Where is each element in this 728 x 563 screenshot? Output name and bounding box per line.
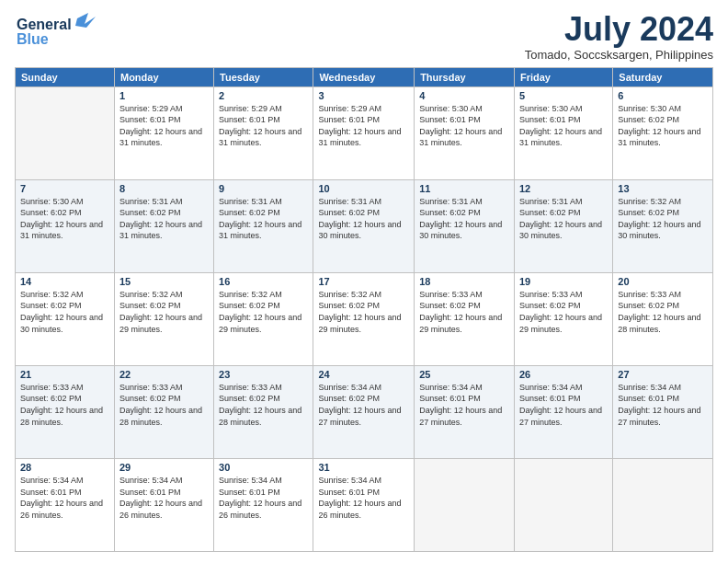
table-row: 31Sunrise: 5:34 AM Sunset: 6:01 PM Dayli… <box>313 458 415 551</box>
day-number: 30 <box>219 462 308 473</box>
day-info: Sunrise: 5:29 AM Sunset: 6:01 PM Dayligh… <box>219 103 308 149</box>
day-number: 21 <box>20 369 109 380</box>
day-number: 19 <box>519 276 608 287</box>
day-info: Sunrise: 5:30 AM Sunset: 6:02 PM Dayligh… <box>20 196 109 242</box>
day-info: Sunrise: 5:31 AM Sunset: 6:02 PM Dayligh… <box>219 196 308 242</box>
day-number: 1 <box>119 90 209 101</box>
col-thursday: Thursday <box>415 67 515 86</box>
day-info: Sunrise: 5:31 AM Sunset: 6:02 PM Dayligh… <box>519 196 608 242</box>
day-number: 22 <box>119 369 209 380</box>
day-info: Sunrise: 5:29 AM Sunset: 6:01 PM Dayligh… <box>318 103 409 149</box>
day-info: Sunrise: 5:32 AM Sunset: 6:02 PM Dayligh… <box>219 289 308 335</box>
day-number: 7 <box>20 183 109 194</box>
day-number: 27 <box>618 369 708 380</box>
table-row: 21Sunrise: 5:33 AM Sunset: 6:02 PM Dayli… <box>16 365 115 458</box>
day-info: Sunrise: 5:33 AM Sunset: 6:02 PM Dayligh… <box>519 289 608 335</box>
table-row: 25Sunrise: 5:34 AM Sunset: 6:01 PM Dayli… <box>415 365 515 458</box>
day-number: 16 <box>219 276 308 287</box>
col-tuesday: Tuesday <box>214 67 313 86</box>
table-row: 1Sunrise: 5:29 AM Sunset: 6:01 PM Daylig… <box>114 86 213 179</box>
day-info: Sunrise: 5:33 AM Sunset: 6:02 PM Dayligh… <box>219 382 308 428</box>
table-row: 14Sunrise: 5:32 AM Sunset: 6:02 PM Dayli… <box>16 272 115 365</box>
table-row: 11Sunrise: 5:31 AM Sunset: 6:02 PM Dayli… <box>415 179 515 272</box>
day-info: Sunrise: 5:32 AM Sunset: 6:02 PM Dayligh… <box>20 289 109 335</box>
table-row: 17Sunrise: 5:32 AM Sunset: 6:02 PM Dayli… <box>313 272 415 365</box>
day-info: Sunrise: 5:32 AM Sunset: 6:02 PM Dayligh… <box>318 289 409 335</box>
week-row: 1Sunrise: 5:29 AM Sunset: 6:01 PM Daylig… <box>16 86 713 179</box>
svg-marker-2 <box>75 13 96 28</box>
day-number: 15 <box>119 276 209 287</box>
day-info: Sunrise: 5:32 AM Sunset: 6:02 PM Dayligh… <box>618 196 708 242</box>
table-row: 7Sunrise: 5:30 AM Sunset: 6:02 PM Daylig… <box>16 179 115 272</box>
day-number: 10 <box>318 183 409 194</box>
day-info: Sunrise: 5:29 AM Sunset: 6:01 PM Dayligh… <box>119 103 209 149</box>
day-number: 3 <box>318 90 409 101</box>
day-number: 26 <box>519 369 608 380</box>
day-number: 29 <box>119 462 209 473</box>
col-saturday: Saturday <box>613 67 713 86</box>
day-info: Sunrise: 5:34 AM Sunset: 6:02 PM Dayligh… <box>318 382 409 428</box>
svg-text:Blue: Blue <box>17 31 49 47</box>
table-row: 28Sunrise: 5:34 AM Sunset: 6:01 PM Dayli… <box>16 458 115 551</box>
table-row <box>415 458 515 551</box>
day-info: Sunrise: 5:33 AM Sunset: 6:02 PM Dayligh… <box>20 382 109 428</box>
day-number: 5 <box>519 90 608 101</box>
day-info: Sunrise: 5:34 AM Sunset: 6:01 PM Dayligh… <box>119 475 209 521</box>
table-row: 23Sunrise: 5:33 AM Sunset: 6:02 PM Dayli… <box>214 365 313 458</box>
week-row: 21Sunrise: 5:33 AM Sunset: 6:02 PM Dayli… <box>16 365 713 458</box>
day-info: Sunrise: 5:34 AM Sunset: 6:01 PM Dayligh… <box>318 475 409 521</box>
table-row: 27Sunrise: 5:34 AM Sunset: 6:01 PM Dayli… <box>613 365 713 458</box>
day-info: Sunrise: 5:30 AM Sunset: 6:02 PM Dayligh… <box>618 103 708 149</box>
day-number: 24 <box>318 369 409 380</box>
day-number: 23 <box>219 369 308 380</box>
day-info: Sunrise: 5:30 AM Sunset: 6:01 PM Dayligh… <box>419 103 509 149</box>
table-row <box>613 458 713 551</box>
day-info: Sunrise: 5:34 AM Sunset: 6:01 PM Dayligh… <box>618 382 708 428</box>
week-row: 7Sunrise: 5:30 AM Sunset: 6:02 PM Daylig… <box>16 179 713 272</box>
table-row: 5Sunrise: 5:30 AM Sunset: 6:01 PM Daylig… <box>514 86 612 179</box>
day-info: Sunrise: 5:34 AM Sunset: 6:01 PM Dayligh… <box>219 475 308 521</box>
table-row: 8Sunrise: 5:31 AM Sunset: 6:02 PM Daylig… <box>114 179 213 272</box>
day-number: 11 <box>419 183 509 194</box>
logo-svg: General Blue <box>15 11 97 52</box>
col-friday: Friday <box>514 67 612 86</box>
day-info: Sunrise: 5:31 AM Sunset: 6:02 PM Dayligh… <box>119 196 209 242</box>
header-row: Sunday Monday Tuesday Wednesday Thursday… <box>16 67 713 86</box>
week-row: 28Sunrise: 5:34 AM Sunset: 6:01 PM Dayli… <box>16 458 713 551</box>
table-row: 20Sunrise: 5:33 AM Sunset: 6:02 PM Dayli… <box>613 272 713 365</box>
day-number: 13 <box>618 183 708 194</box>
location: Tomado, Soccsksargen, Philippines <box>525 48 713 62</box>
col-wednesday: Wednesday <box>313 67 415 86</box>
page: General Blue July 2024 Tomado, Soccsksar… <box>0 0 728 563</box>
day-info: Sunrise: 5:30 AM Sunset: 6:01 PM Dayligh… <box>519 103 608 149</box>
day-info: Sunrise: 5:34 AM Sunset: 6:01 PM Dayligh… <box>519 382 608 428</box>
table-row: 16Sunrise: 5:32 AM Sunset: 6:02 PM Dayli… <box>214 272 313 365</box>
day-number: 18 <box>419 276 509 287</box>
day-number: 6 <box>618 90 708 101</box>
day-number: 31 <box>318 462 409 473</box>
day-number: 20 <box>618 276 708 287</box>
day-number: 2 <box>219 90 308 101</box>
day-number: 12 <box>519 183 608 194</box>
table-row: 4Sunrise: 5:30 AM Sunset: 6:01 PM Daylig… <box>415 86 515 179</box>
day-number: 9 <box>219 183 308 194</box>
calendar-table: Sunday Monday Tuesday Wednesday Thursday… <box>15 67 713 552</box>
table-row: 6Sunrise: 5:30 AM Sunset: 6:02 PM Daylig… <box>613 86 713 179</box>
col-monday: Monday <box>114 67 213 86</box>
header: General Blue July 2024 Tomado, Soccsksar… <box>15 11 713 62</box>
logo: General Blue <box>15 11 97 52</box>
month-title: July 2024 <box>525 11 713 48</box>
table-row: 30Sunrise: 5:34 AM Sunset: 6:01 PM Dayli… <box>214 458 313 551</box>
day-info: Sunrise: 5:33 AM Sunset: 6:02 PM Dayligh… <box>419 289 509 335</box>
table-row <box>16 86 115 179</box>
table-row: 22Sunrise: 5:33 AM Sunset: 6:02 PM Dayli… <box>114 365 213 458</box>
table-row: 13Sunrise: 5:32 AM Sunset: 6:02 PM Dayli… <box>613 179 713 272</box>
day-number: 17 <box>318 276 409 287</box>
day-info: Sunrise: 5:32 AM Sunset: 6:02 PM Dayligh… <box>119 289 209 335</box>
day-number: 14 <box>20 276 109 287</box>
table-row: 29Sunrise: 5:34 AM Sunset: 6:01 PM Dayli… <box>114 458 213 551</box>
table-row: 24Sunrise: 5:34 AM Sunset: 6:02 PM Dayli… <box>313 365 415 458</box>
col-sunday: Sunday <box>16 67 115 86</box>
table-row: 18Sunrise: 5:33 AM Sunset: 6:02 PM Dayli… <box>415 272 515 365</box>
week-row: 14Sunrise: 5:32 AM Sunset: 6:02 PM Dayli… <box>16 272 713 365</box>
